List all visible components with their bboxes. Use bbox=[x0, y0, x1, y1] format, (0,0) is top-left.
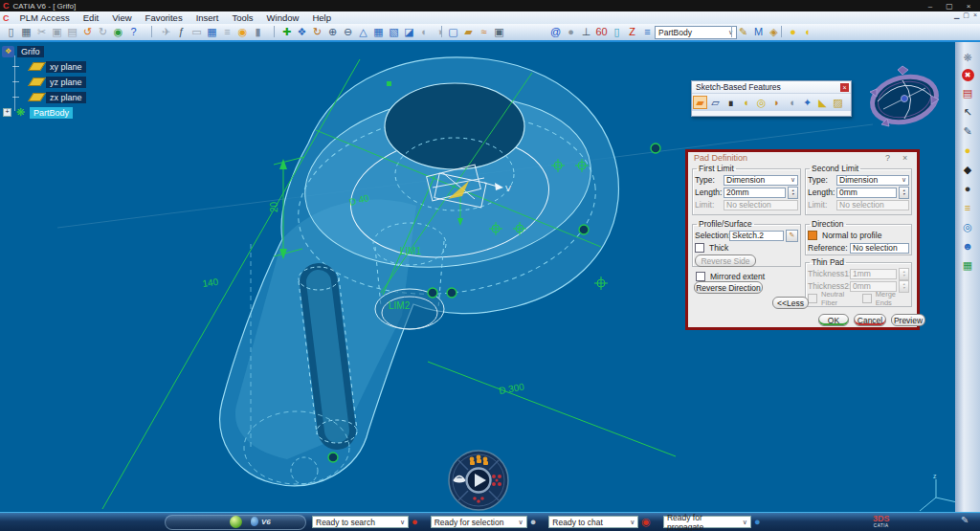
second-limit-limit-input[interactable]: No selection bbox=[836, 200, 909, 210]
pan-icon[interactable]: ❖ bbox=[295, 25, 309, 38]
mdi-close-button[interactable]: × bbox=[973, 11, 977, 19]
measure-item-icon[interactable]: ▯ bbox=[610, 25, 624, 38]
redo-icon[interactable]: ↻ bbox=[96, 25, 110, 38]
pad-icon[interactable]: ▰ bbox=[693, 96, 707, 109]
zoom-in-icon[interactable]: ⊕ bbox=[325, 25, 340, 38]
rotate-icon[interactable]: ↻ bbox=[310, 25, 324, 38]
blocks-icon[interactable]: ▦ bbox=[960, 257, 976, 273]
mdi-restore-button[interactable]: ▢ bbox=[963, 11, 969, 19]
camera-icon[interactable]: ▣ bbox=[492, 25, 506, 38]
reverse-direction-button[interactable]: Reverse Direction bbox=[694, 281, 763, 294]
second-limit-length-input[interactable]: 0mm bbox=[836, 188, 897, 198]
menu-view[interactable]: View bbox=[105, 12, 138, 23]
maximize-button[interactable]: ▢ bbox=[940, 2, 959, 11]
dark-sphere-icon[interactable]: ● bbox=[960, 181, 976, 196]
mdi-minimize-button[interactable]: ▁ bbox=[954, 11, 959, 19]
sketch-based-features-toolbar[interactable]: Sketch-Based Features × ▰▱∎◖◎◗◖✦◣▨ bbox=[691, 80, 852, 117]
3d-compass[interactable] bbox=[864, 63, 945, 136]
first-limit-length-input[interactable]: 20mm bbox=[724, 188, 786, 198]
copy-icon[interactable]: ▣ bbox=[50, 25, 64, 38]
status-combobox[interactable]: Ready for selection∨ bbox=[431, 516, 527, 528]
multi-pad-icon[interactable]: ∎ bbox=[724, 96, 738, 109]
search-swoosh-icon[interactable]: ≈ bbox=[477, 25, 491, 38]
design-table-icon[interactable]: ▦ bbox=[205, 25, 219, 38]
measure-icon[interactable]: 60 bbox=[594, 25, 609, 38]
fly-mode-icon[interactable]: ✈ bbox=[159, 25, 173, 38]
knowledge-icon[interactable]: ◈ bbox=[767, 25, 781, 38]
status-combobox[interactable]: Ready for propagate∨ bbox=[663, 516, 751, 528]
swap-space-icon[interactable]: ◐ bbox=[801, 25, 815, 38]
bore-hole[interactable] bbox=[385, 83, 524, 169]
new-document-icon[interactable]: ▯ bbox=[4, 25, 18, 38]
first-limit-type-select[interactable]: Dimension∨ bbox=[724, 175, 798, 186]
sketch-pencil-icon[interactable]: ✎ bbox=[736, 25, 750, 38]
menu-favorites[interactable]: Favorites bbox=[139, 12, 189, 23]
first-limit-length-spinner[interactable]: ▴▾ bbox=[788, 187, 798, 199]
catalog-icon[interactable]: @ bbox=[548, 25, 563, 38]
normal-to-profile-checkbox[interactable] bbox=[808, 231, 817, 240]
tree-root[interactable]: ❖ Grifo bbox=[2, 45, 126, 57]
zoom-out-icon[interactable]: ⊖ bbox=[341, 25, 355, 38]
layers-icon[interactable]: ≡ bbox=[960, 200, 976, 215]
mouse-icon[interactable]: ● bbox=[564, 25, 578, 38]
view-cube-icon[interactable]: ▢ bbox=[446, 25, 460, 38]
cut-icon[interactable]: ✂ bbox=[34, 25, 49, 38]
briefcase-icon[interactable]: ▰ bbox=[461, 25, 476, 38]
multi-view-icon[interactable]: ▦ bbox=[371, 25, 386, 38]
status-icon[interactable]: ● bbox=[530, 516, 537, 528]
close-button[interactable]: × bbox=[959, 2, 978, 11]
settings-icon[interactable]: ❋ bbox=[960, 50, 976, 65]
comment-icon[interactable]: ▭ bbox=[189, 25, 204, 38]
preview-button[interactable]: Preview bbox=[891, 314, 925, 326]
menu-tools[interactable]: Tools bbox=[225, 12, 259, 23]
help-icon[interactable]: ? bbox=[126, 25, 141, 38]
tree-item-xy-plane[interactable]: xy plane bbox=[19, 60, 126, 73]
delete-icon[interactable]: ✖ bbox=[962, 69, 974, 81]
multi-section-icon[interactable]: ▨ bbox=[831, 96, 845, 109]
paste-icon[interactable]: ▤ bbox=[65, 25, 79, 38]
second-limit-length-spinner[interactable]: ▴▾ bbox=[899, 187, 909, 199]
drafted-filleted-pad-icon[interactable]: ▱ bbox=[708, 96, 723, 109]
render-style-alt-icon[interactable]: ◑ bbox=[433, 25, 447, 38]
render-style-icon[interactable]: ◐ bbox=[417, 25, 432, 38]
resize-pencil-icon[interactable]: ✎ bbox=[961, 515, 969, 525]
undo-icon[interactable]: ↺ bbox=[80, 25, 95, 38]
menu-window[interactable]: Window bbox=[260, 12, 306, 23]
active-body-combobox[interactable]: PartBody∨ bbox=[655, 26, 737, 39]
expand-icon[interactable]: + bbox=[3, 108, 11, 117]
brush-icon[interactable]: ◆ bbox=[960, 162, 976, 177]
status-icon[interactable]: ● bbox=[412, 516, 418, 528]
lock-icon[interactable]: ◉ bbox=[235, 25, 250, 38]
status-icon[interactable]: ● bbox=[754, 516, 761, 528]
mirrored-extent-checkbox[interactable] bbox=[696, 272, 705, 281]
menu-edit[interactable]: Edit bbox=[77, 12, 105, 23]
rib-icon[interactable]: ◗ bbox=[769, 96, 784, 109]
help-icon[interactable]: ? bbox=[885, 153, 890, 163]
levels-icon[interactable]: ≡ bbox=[640, 25, 655, 38]
tree-item-partbody[interactable]: + ❋ PartBody bbox=[3, 106, 126, 119]
tree-item-yz-plane[interactable]: yz plane bbox=[19, 76, 126, 88]
update-icon[interactable]: ◉ bbox=[111, 25, 125, 38]
normal-view-icon[interactable]: △ bbox=[356, 25, 370, 38]
ok-button[interactable]: OK bbox=[818, 314, 849, 326]
cursor-icon[interactable]: ↖ bbox=[960, 104, 976, 120]
fit-all-icon[interactable]: ✚ bbox=[279, 25, 294, 38]
sketch-icon[interactable]: ✎ bbox=[960, 123, 976, 139]
globe-icon[interactable]: ◎ bbox=[960, 219, 976, 234]
close-icon[interactable]: × bbox=[840, 83, 849, 92]
thick-checkbox[interactable] bbox=[695, 243, 704, 253]
status-combobox[interactable]: Ready to chat∨ bbox=[548, 516, 638, 528]
sketch-toolbar-titlebar[interactable]: Sketch-Based Features × bbox=[692, 81, 851, 94]
menu-plm-access[interactable]: PLM Access bbox=[13, 12, 77, 23]
status-sphere-icon[interactable] bbox=[230, 516, 242, 528]
menu-help[interactable]: Help bbox=[305, 12, 338, 23]
second-limit-type-select[interactable]: Dimension∨ bbox=[836, 175, 909, 186]
status-combobox[interactable]: Ready to search∨ bbox=[312, 516, 409, 528]
minimize-button[interactable]: – bbox=[921, 2, 940, 11]
pocket-icon[interactable]: ◖ bbox=[739, 96, 753, 109]
formula-icon[interactable]: ƒ bbox=[174, 25, 189, 38]
pad-definition-dialog[interactable]: Pad Definition ? × First Limit Type: Dim… bbox=[685, 149, 920, 330]
avatar-icon[interactable]: ☻ bbox=[960, 238, 976, 254]
tree-structure-icon[interactable]: ≡ bbox=[220, 25, 234, 38]
reverse-side-button[interactable]: Reverse Side bbox=[695, 254, 756, 267]
